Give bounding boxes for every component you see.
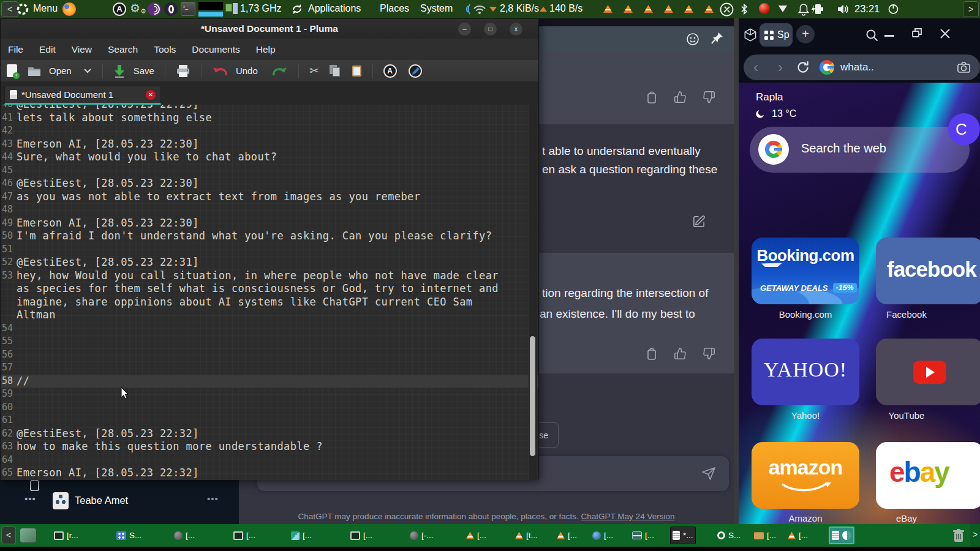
editor-line[interactable]: 63how to make this question more underst… <box>1 440 538 454</box>
vlc-cone-icon[interactable] <box>603 5 612 13</box>
editor-line[interactable]: 56 <box>1 348 538 362</box>
tile-label[interactable]: Amazon <box>752 513 859 523</box>
telegram-chat-name[interactable]: Teabe Amet <box>75 495 128 506</box>
tile-label[interactable]: eBay <box>853 513 960 523</box>
editor-line[interactable]: 46@EestiEest, [28.05.23 22:30] <box>1 177 538 190</box>
firefox-icon[interactable] <box>62 2 76 16</box>
search-tool-icon[interactable]: A <box>113 2 126 16</box>
maximize-button[interactable]: □ <box>484 23 497 36</box>
copy-icon[interactable] <box>330 65 341 77</box>
edit-message-icon[interactable] <box>692 214 706 228</box>
mate-menu-icon[interactable] <box>16 2 29 16</box>
wifi-icon[interactable] <box>473 4 486 15</box>
menu-search[interactable]: Search <box>108 44 138 55</box>
editor-line[interactable]: 48 <box>1 203 538 217</box>
vlc-cone-icon[interactable] <box>644 5 653 13</box>
battery-icon[interactable] <box>815 4 823 17</box>
memory-icon[interactable] <box>225 3 238 14</box>
editor-line[interactable]: 50I'm afraid I don't understand what you… <box>1 230 538 243</box>
editor-line[interactable]: Altman <box>1 309 538 322</box>
pin-icon[interactable] <box>709 30 725 46</box>
taskbar-item[interactable]: [... <box>289 527 314 544</box>
tile-label[interactable]: Yahoo! <box>752 410 859 421</box>
editor-line[interactable]: 53hey, how Would you call situation, in … <box>1 269 538 283</box>
search-widget[interactable]: Search the web C <box>750 127 970 173</box>
taskbar-item[interactable]: [... <box>630 527 656 544</box>
undo-label[interactable]: Undo <box>236 66 258 76</box>
bookmark-tile-booking[interactable]: Booking.com GETAWAY DEALS -15% <box>752 238 859 304</box>
thumbs-down-icon[interactable] <box>703 347 715 361</box>
replace-icon[interactable] <box>409 64 422 78</box>
copy-icon[interactable] <box>646 347 658 361</box>
taskbar-item[interactable]: *... <box>670 527 696 544</box>
taskbar-item[interactable]: [t... <box>513 527 540 544</box>
emoji-icon[interactable] <box>685 31 701 47</box>
reload-icon[interactable] <box>795 59 811 75</box>
assistant-bubble[interactable]: C <box>948 113 980 145</box>
editor-line[interactable]: 57 <box>1 361 538 375</box>
bookmark-tile-yahoo[interactable]: YAHOO! <box>752 339 859 405</box>
editor-line[interactable]: 65Emerson AI, [28.05.23 22:32] <box>1 467 538 480</box>
minimize-button[interactable]: – <box>458 23 471 36</box>
new-tab-button[interactable]: + <box>796 25 815 43</box>
bluetooth-icon[interactable] <box>740 2 748 16</box>
cut-icon[interactable]: ✂ <box>309 64 319 78</box>
editor-line[interactable]: 54 <box>1 322 538 335</box>
pluma-titlebar[interactable]: *Unsaved Document 1 - Pluma – □ x <box>1 19 538 39</box>
paste-icon[interactable] <box>352 65 362 77</box>
save-icon[interactable] <box>113 64 126 78</box>
text-editor[interactable]: 40@EestiEest, [28.05.23 22:29]41lets tal… <box>1 105 538 480</box>
updates-off-icon[interactable] <box>720 2 734 17</box>
chevron-down-icon[interactable] <box>83 68 92 74</box>
editor-line[interactable]: 60 <box>1 401 538 414</box>
system-menu[interactable]: System <box>420 3 453 14</box>
taskbar-item[interactable]: [... <box>590 527 615 544</box>
editor-line[interactable]: 49Emerson AI, [28.05.23 22:30] <box>1 217 538 230</box>
telegram-chat-menu-button[interactable]: ••• <box>207 493 219 504</box>
opera-icon[interactable] <box>164 2 178 16</box>
address-bar[interactable]: ‹ › whata.. <box>744 54 980 80</box>
footer-version-link[interactable]: ChatGPT May 24 Version <box>581 512 675 521</box>
menu-button[interactable]: Menu <box>33 3 58 14</box>
undo-icon[interactable] <box>212 65 228 77</box>
menu-view[interactable]: View <box>72 44 92 55</box>
vlc-cone-icon[interactable] <box>624 5 633 13</box>
extension-cube-icon[interactable] <box>742 27 758 43</box>
minimize-button[interactable] <box>884 35 894 37</box>
tile-label[interactable]: YouTube <box>853 410 960 421</box>
telegram-menu-button[interactable]: ••• <box>24 493 36 504</box>
tile-label[interactable]: Booking.com <box>752 309 859 320</box>
trash-icon[interactable] <box>951 527 967 544</box>
editor-line[interactable]: 40@EestiEest, [28.05.23 22:29] <box>1 105 538 111</box>
editor-line[interactable]: 42 <box>1 124 538 138</box>
send-icon[interactable] <box>701 467 716 481</box>
new-document-icon[interactable]: + <box>7 64 17 77</box>
find-icon[interactable]: A <box>383 64 397 78</box>
weather-city[interactable]: Rapla <box>756 91 783 103</box>
search-icon[interactable] <box>865 28 880 43</box>
thumbs-up-icon[interactable] <box>674 91 687 104</box>
bookmark-tile-facebook[interactable]: facebook <box>876 238 980 304</box>
vlc-cone-icon[interactable] <box>684 5 693 13</box>
applications-menu[interactable]: Applications <box>308 3 361 14</box>
taskbar-item[interactable]: [... <box>464 527 488 544</box>
taskbar-item[interactable]: [... <box>555 527 579 544</box>
close-button[interactable]: x <box>510 23 522 36</box>
taskbar-item[interactable]: [... <box>752 527 778 544</box>
editor-line[interactable]: 43Emerson AI, [28.05.23 22:30] <box>1 138 538 151</box>
save-label[interactable]: Save <box>134 66 154 76</box>
editor-line[interactable]: imagine, share oppinions about AI system… <box>1 296 538 309</box>
clipboard-icon[interactable] <box>29 479 40 492</box>
bookmark-tile-ebay[interactable]: ebay <box>876 442 980 509</box>
terminal-icon[interactable]: ›_ <box>181 2 195 16</box>
editor-line[interactable]: 51 <box>1 243 538 257</box>
editor-line[interactable]: 61 <box>1 414 538 427</box>
avatar[interactable] <box>53 492 69 509</box>
document-tab[interactable]: *Unsaved Document 1 ✕ <box>4 86 161 105</box>
menu-file[interactable]: File <box>8 44 23 55</box>
clock[interactable]: 23:21 <box>854 3 880 15</box>
panel-collapse-right-button[interactable]: > <box>963 1 979 17</box>
editor-line[interactable]: 62@EestiEest, [28.05.23 22:32] <box>1 427 538 441</box>
bookmark-tile-youtube[interactable] <box>876 339 980 405</box>
editor-line[interactable]: 41lets talk about something else <box>1 111 538 125</box>
